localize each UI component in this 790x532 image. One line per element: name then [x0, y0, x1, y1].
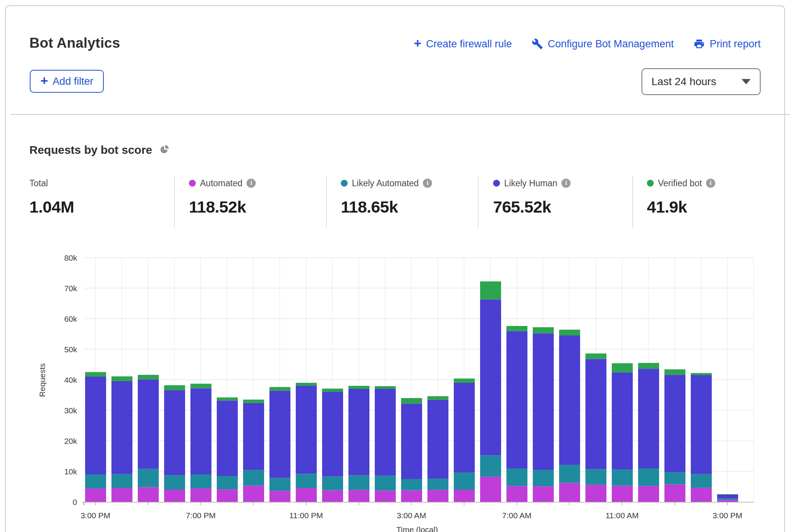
bar-segment[interactable] [322, 477, 343, 490]
bar-segment[interactable] [480, 455, 501, 477]
bar-segment[interactable] [533, 333, 554, 470]
bar-segment[interactable] [164, 490, 185, 502]
bar-segment[interactable] [269, 387, 290, 391]
bar-segment[interactable] [401, 398, 422, 403]
info-icon[interactable]: i [247, 179, 256, 188]
add-filter-button[interactable]: + Add filter [30, 70, 104, 93]
configure-bot-management-link[interactable]: Configure Bot Management [532, 38, 674, 50]
bar-segment[interactable] [480, 281, 501, 299]
bar-segment[interactable] [111, 474, 132, 488]
bar-segment[interactable] [454, 472, 475, 490]
bar-segment[interactable] [190, 474, 211, 488]
bar-segment[interactable] [190, 388, 211, 474]
bar-segment[interactable] [427, 479, 448, 490]
bar-segment[interactable] [691, 474, 712, 488]
bar-segment[interactable] [322, 490, 343, 502]
bar-segment[interactable] [454, 379, 475, 383]
bar-segment[interactable] [638, 468, 659, 486]
bar-segment[interactable] [217, 400, 238, 476]
bar-segment[interactable] [691, 488, 712, 502]
bar-segment[interactable] [638, 486, 659, 502]
bar-segment[interactable] [348, 389, 369, 475]
bar-segment[interactable] [506, 331, 527, 468]
bar-segment[interactable] [585, 359, 606, 469]
bar-segment[interactable] [691, 373, 712, 375]
print-report-link[interactable]: Print report [693, 38, 761, 50]
bar-segment[interactable] [612, 469, 633, 485]
bar-segment[interactable] [111, 381, 132, 474]
bar-segment[interactable] [111, 488, 132, 502]
bar-segment[interactable] [612, 372, 633, 469]
bar-segment[interactable] [322, 389, 343, 392]
bar-segment[interactable] [296, 488, 317, 502]
bar-segment[interactable] [138, 469, 159, 487]
bar-segment[interactable] [480, 477, 501, 502]
bar-segment[interactable] [454, 383, 475, 472]
bar-segment[interactable] [427, 400, 448, 479]
bar-segment[interactable] [664, 369, 685, 375]
bar-segment[interactable] [664, 375, 685, 472]
bar-segment[interactable] [427, 396, 448, 400]
bar-segment[interactable] [506, 468, 527, 486]
bar-segment[interactable] [243, 400, 264, 403]
bar-segment[interactable] [559, 483, 580, 502]
bar-segment[interactable] [401, 479, 422, 490]
bar-segment[interactable] [243, 486, 264, 502]
bar-segment[interactable] [164, 475, 185, 490]
info-icon[interactable]: i [706, 179, 715, 188]
bar-segment[interactable] [217, 476, 238, 489]
bar-segment[interactable] [348, 475, 369, 490]
bar-segment[interactable] [480, 300, 501, 456]
bar-segment[interactable] [375, 476, 396, 490]
bar-segment[interactable] [269, 391, 290, 478]
bar-segment[interactable] [612, 363, 633, 372]
bar-segment[interactable] [717, 500, 738, 502]
bar-segment[interactable] [217, 397, 238, 400]
bar-segment[interactable] [691, 375, 712, 474]
bar-segment[interactable] [348, 386, 369, 389]
bar-segment[interactable] [533, 486, 554, 502]
bar-segment[interactable] [322, 392, 343, 477]
bar-segment[interactable] [85, 372, 106, 377]
bar-segment[interactable] [506, 326, 527, 331]
bar-segment[interactable] [243, 403, 264, 470]
bar-segment[interactable] [138, 375, 159, 379]
bar-segment[interactable] [138, 379, 159, 469]
time-range-select[interactable]: Last 24 hours [642, 68, 761, 95]
bar-segment[interactable] [296, 383, 317, 386]
bar-segment[interactable] [296, 386, 317, 474]
bar-segment[interactable] [559, 335, 580, 465]
bar-segment[interactable] [585, 469, 606, 485]
bar-segment[interactable] [375, 490, 396, 502]
bar-segment[interactable] [111, 376, 132, 381]
bar-segment[interactable] [585, 485, 606, 502]
bar-segment[interactable] [664, 484, 685, 502]
bar-segment[interactable] [612, 486, 633, 502]
bar-segment[interactable] [559, 330, 580, 335]
bar-segment[interactable] [348, 490, 369, 502]
bar-segment[interactable] [427, 490, 448, 502]
bar-segment[interactable] [164, 385, 185, 390]
bar-segment[interactable] [375, 386, 396, 389]
bar-segment[interactable] [401, 490, 422, 502]
bar-segment[interactable] [506, 486, 527, 502]
bar-segment[interactable] [717, 495, 738, 498]
bar-segment[interactable] [638, 369, 659, 468]
bar-segment[interactable] [533, 327, 554, 333]
bar-segment[interactable] [717, 494, 738, 495]
bar-segment[interactable] [585, 353, 606, 359]
bar-segment[interactable] [85, 377, 106, 474]
bar-segment[interactable] [190, 384, 211, 388]
bar-segment[interactable] [559, 465, 580, 483]
bar-segment[interactable] [638, 363, 659, 369]
bar-segment[interactable] [717, 498, 738, 500]
bar-segment[interactable] [217, 489, 238, 502]
bar-segment[interactable] [533, 470, 554, 486]
bar-segment[interactable] [401, 403, 422, 479]
bar-segment[interactable] [85, 474, 106, 488]
bar-segment[interactable] [190, 488, 211, 502]
bar-segment[interactable] [164, 390, 185, 475]
bar-segment[interactable] [269, 478, 290, 491]
bar-segment[interactable] [454, 490, 475, 502]
create-firewall-rule-link[interactable]: + Create firewall rule [414, 37, 512, 50]
